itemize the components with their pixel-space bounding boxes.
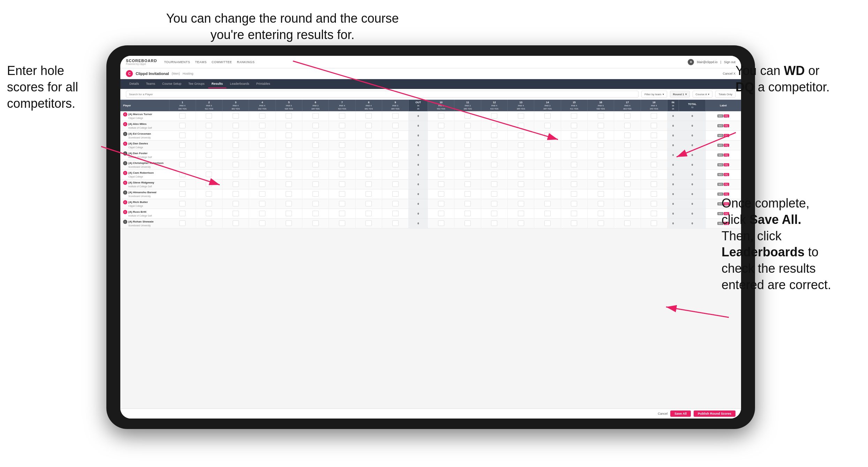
score-input-box[interactable] — [465, 181, 471, 187]
score-input-box[interactable] — [571, 162, 577, 167]
score-input-box[interactable] — [438, 172, 444, 177]
score-input-box[interactable] — [544, 113, 551, 119]
score-input-box[interactable] — [233, 162, 239, 167]
score-input-box[interactable] — [259, 113, 265, 119]
score-input-box[interactable] — [392, 181, 399, 187]
score-input-box[interactable] — [312, 201, 319, 206]
score-input-box[interactable] — [651, 113, 657, 119]
score-input-box[interactable] — [233, 142, 239, 148]
wd-button[interactable]: WD — [717, 114, 723, 118]
filter-team-button[interactable]: Filter by team ▾ — [641, 91, 667, 98]
score-input-box[interactable] — [491, 162, 497, 167]
score-input-box[interactable] — [598, 191, 604, 197]
score-input-box[interactable] — [491, 211, 497, 216]
score-input-box[interactable] — [179, 201, 186, 206]
score-input-box[interactable] — [286, 162, 292, 167]
score-input-box[interactable] — [312, 133, 319, 138]
score-input-box[interactable] — [233, 191, 239, 197]
nav-rankings[interactable]: RANKINGS — [237, 60, 255, 64]
score-input-box[interactable] — [206, 162, 212, 167]
score-input-box[interactable] — [438, 191, 444, 197]
score-input-box[interactable] — [339, 152, 345, 158]
score-input-box[interactable] — [544, 181, 551, 187]
score-input-box[interactable] — [544, 172, 551, 177]
score-input-box[interactable] — [624, 123, 631, 128]
score-input-box[interactable] — [259, 181, 265, 187]
score-input-box[interactable] — [392, 152, 399, 158]
score-input-box[interactable] — [365, 133, 372, 138]
score-input-box[interactable] — [438, 220, 444, 226]
dq-button[interactable]: DQ — [724, 124, 729, 127]
score-input-box[interactable] — [651, 220, 657, 226]
score-input-box[interactable] — [544, 211, 551, 216]
save-all-button[interactable]: Save All — [670, 410, 691, 417]
score-input-box[interactable] — [491, 181, 497, 187]
score-input-box[interactable] — [339, 142, 345, 148]
score-input-box[interactable] — [465, 142, 471, 148]
score-input-box[interactable] — [179, 113, 186, 119]
score-input-box[interactable] — [286, 113, 292, 119]
score-input-box[interactable] — [286, 123, 292, 128]
score-input-box[interactable] — [206, 211, 212, 216]
score-input-box[interactable] — [518, 181, 524, 187]
score-input-box[interactable] — [518, 142, 524, 148]
score-input-box[interactable] — [438, 162, 444, 167]
score-input-box[interactable] — [598, 133, 604, 138]
tab-course-setup[interactable]: Course Setup — [159, 80, 185, 88]
nav-teams[interactable]: TEAMS — [195, 60, 207, 64]
score-input-box[interactable] — [365, 123, 372, 128]
score-input-box[interactable] — [571, 152, 577, 158]
score-input-box[interactable] — [571, 123, 577, 128]
score-input-box[interactable] — [179, 142, 186, 148]
score-input-box[interactable] — [491, 152, 497, 158]
score-input-box[interactable] — [312, 181, 319, 187]
score-input-box[interactable] — [651, 133, 657, 138]
score-input-box[interactable] — [392, 172, 399, 177]
score-input-box[interactable] — [624, 152, 631, 158]
score-input-box[interactable] — [365, 172, 372, 177]
score-input-box[interactable] — [598, 142, 604, 148]
score-input-box[interactable] — [312, 220, 319, 226]
score-input-box[interactable] — [518, 133, 524, 138]
score-input-box[interactable] — [598, 220, 604, 226]
score-input-box[interactable] — [598, 201, 604, 206]
score-input-box[interactable] — [179, 162, 186, 167]
wd-button[interactable]: WD — [717, 144, 723, 147]
score-input-box[interactable] — [392, 133, 399, 138]
score-input-box[interactable] — [518, 123, 524, 128]
score-input-box[interactable] — [286, 152, 292, 158]
score-input-box[interactable] — [206, 133, 212, 138]
score-input-box[interactable] — [179, 133, 186, 138]
score-input-box[interactable] — [624, 162, 631, 167]
score-input-box[interactable] — [651, 201, 657, 206]
score-input-box[interactable] — [312, 191, 319, 197]
score-input-box[interactable] — [312, 172, 319, 177]
score-input-box[interactable] — [339, 211, 345, 216]
score-input-box[interactable] — [624, 113, 631, 119]
score-input-box[interactable] — [624, 142, 631, 148]
score-input-box[interactable] — [179, 211, 186, 216]
score-input-box[interactable] — [491, 113, 497, 119]
tab-tee-groups[interactable]: Tee Groups — [185, 80, 208, 88]
score-input-box[interactable] — [286, 172, 292, 177]
score-input-box[interactable] — [259, 123, 265, 128]
score-input-box[interactable] — [651, 123, 657, 128]
score-input-box[interactable] — [286, 142, 292, 148]
score-input-box[interactable] — [651, 191, 657, 197]
wd-button[interactable]: WD — [717, 163, 723, 166]
score-input-box[interactable] — [312, 113, 319, 119]
score-input-box[interactable] — [571, 181, 577, 187]
dq-button[interactable]: DQ — [724, 173, 729, 176]
score-input-box[interactable] — [491, 123, 497, 128]
score-input-box[interactable] — [571, 201, 577, 206]
score-input-box[interactable] — [518, 162, 524, 167]
cancel-button[interactable]: Cancel X — [723, 72, 735, 75]
score-input-box[interactable] — [491, 201, 497, 206]
score-input-box[interactable] — [518, 201, 524, 206]
score-input-box[interactable] — [438, 211, 444, 216]
nav-committee[interactable]: COMMITTEE — [212, 60, 232, 64]
score-input-box[interactable] — [651, 181, 657, 187]
score-input-box[interactable] — [339, 220, 345, 226]
score-input-box[interactable] — [312, 123, 319, 128]
score-input-box[interactable] — [438, 123, 444, 128]
